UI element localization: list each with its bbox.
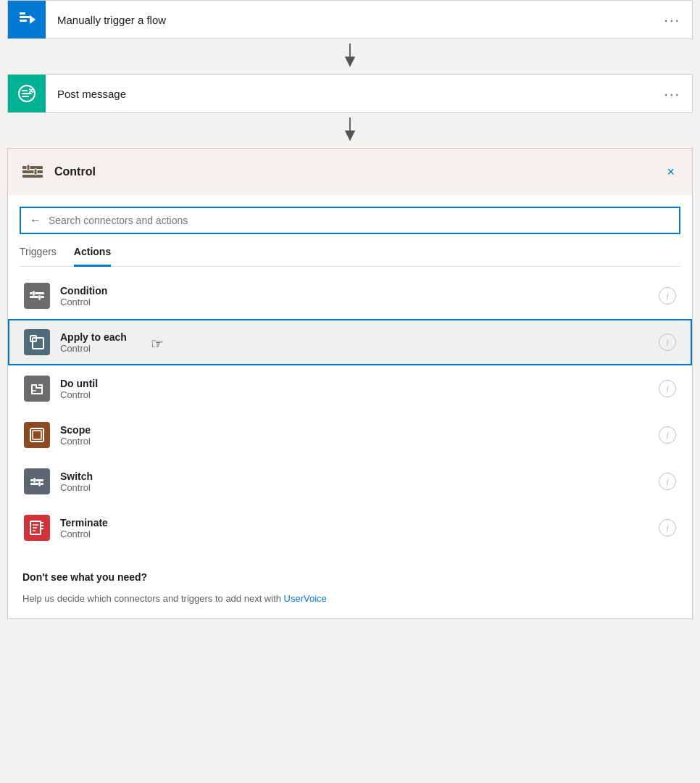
svg-rect-13 — [34, 169, 37, 175]
terminate-info-button[interactable]: i — [659, 519, 676, 536]
search-input[interactable] — [49, 215, 670, 226]
search-container: ← — [8, 195, 692, 234]
apply-to-each-subtitle: Control — [60, 343, 659, 354]
svg-rect-14 — [30, 292, 44, 294]
terminate-text: Terminate Control — [50, 517, 659, 539]
control-panel: Control × ← Triggers Actions — [7, 148, 693, 619]
apply-to-each-name: Apply to each — [60, 331, 659, 343]
flow-container: Manually trigger a flow ··· Post message… — [0, 0, 700, 619]
svg-rect-16 — [33, 291, 35, 296]
scope-info-button[interactable]: i — [659, 426, 676, 444]
svg-rect-24 — [30, 483, 43, 485]
post-icon — [8, 75, 46, 112]
control-icon — [20, 159, 46, 185]
help-text: Help us decide which connectors and trig… — [8, 590, 692, 618]
action-apply-to-each[interactable]: Apply to each Control i ☞ — [8, 319, 692, 365]
svg-rect-0 — [20, 12, 25, 14]
action-do-until[interactable]: Do until Control i — [8, 365, 692, 412]
do-until-icon — [24, 376, 50, 402]
svg-rect-2 — [20, 20, 27, 22]
search-box[interactable]: ← — [20, 207, 680, 234]
svg-marker-8 — [345, 130, 355, 141]
svg-rect-17 — [38, 295, 41, 300]
switch-name: Switch — [60, 471, 659, 482]
svg-rect-11 — [22, 175, 43, 178]
dont-see-heading: Don't see what you need? — [8, 557, 692, 590]
svg-marker-3 — [30, 15, 36, 24]
trigger-icon — [8, 1, 46, 38]
tabs-container: Triggers Actions — [8, 234, 692, 267]
action-condition[interactable]: Condition Control i — [8, 273, 692, 319]
tab-triggers[interactable]: Triggers — [20, 246, 57, 267]
action-switch[interactable]: Switch Control i — [8, 458, 692, 505]
terminate-subtitle: Control — [60, 529, 659, 539]
svg-rect-15 — [30, 296, 44, 298]
svg-rect-26 — [38, 481, 41, 486]
trigger-title: Manually trigger a flow — [46, 14, 652, 26]
control-header: Control × — [8, 149, 692, 195]
do-until-name: Do until — [60, 378, 659, 389]
svg-rect-25 — [33, 478, 36, 483]
switch-subtitle: Control — [60, 482, 659, 493]
scope-text: Scope Control — [50, 424, 659, 447]
arrow-1 — [0, 39, 700, 74]
condition-text: Condition Control — [50, 285, 659, 307]
condition-name: Condition — [60, 285, 659, 297]
switch-icon — [24, 468, 50, 494]
apply-to-each-icon — [24, 329, 50, 355]
control-close-button[interactable]: × — [661, 162, 680, 183]
control-title: Control — [46, 165, 661, 178]
scope-icon — [24, 422, 50, 448]
svg-marker-5 — [345, 57, 355, 67]
condition-subtitle: Control — [60, 297, 659, 307]
uservoice-link[interactable]: UserVoice — [284, 593, 327, 604]
post-title: Post message — [46, 88, 652, 100]
flow-step-post[interactable]: Post message ··· — [7, 74, 693, 113]
terminate-icon — [24, 515, 50, 541]
actions-list: Condition Control i Apply to each Contro… — [8, 267, 692, 557]
tabs: Triggers Actions — [20, 246, 680, 267]
svg-rect-22 — [33, 431, 41, 439]
trigger-menu[interactable]: ··· — [652, 12, 692, 28]
svg-rect-23 — [30, 479, 43, 481]
action-scope[interactable]: Scope Control i — [8, 412, 692, 458]
svg-rect-19 — [33, 338, 43, 349]
condition-info-button[interactable]: i — [659, 287, 676, 304]
svg-rect-10 — [22, 170, 43, 173]
svg-rect-12 — [27, 165, 30, 170]
do-until-text: Do until Control — [50, 378, 659, 400]
post-menu[interactable]: ··· — [652, 86, 692, 102]
svg-rect-9 — [22, 166, 43, 169]
scope-name: Scope — [60, 424, 659, 436]
switch-info-button[interactable]: i — [659, 473, 676, 490]
apply-to-each-text: Apply to each Control — [50, 331, 659, 354]
search-back-arrow[interactable]: ← — [30, 214, 41, 227]
arrow-2 — [0, 113, 700, 148]
action-terminate[interactable]: Terminate Control i — [8, 505, 692, 551]
do-until-info-button[interactable]: i — [659, 380, 676, 397]
do-until-subtitle: Control — [60, 389, 659, 400]
flow-step-trigger[interactable]: Manually trigger a flow ··· — [7, 0, 693, 39]
switch-text: Switch Control — [50, 471, 659, 493]
apply-to-each-info-button[interactable]: i — [659, 334, 676, 351]
help-text-prefix: Help us decide which connectors and trig… — [22, 593, 284, 604]
condition-icon — [24, 283, 50, 309]
tab-actions[interactable]: Actions — [74, 246, 111, 267]
svg-rect-1 — [20, 16, 30, 18]
scope-subtitle: Control — [60, 436, 659, 447]
terminate-name: Terminate — [60, 517, 659, 529]
